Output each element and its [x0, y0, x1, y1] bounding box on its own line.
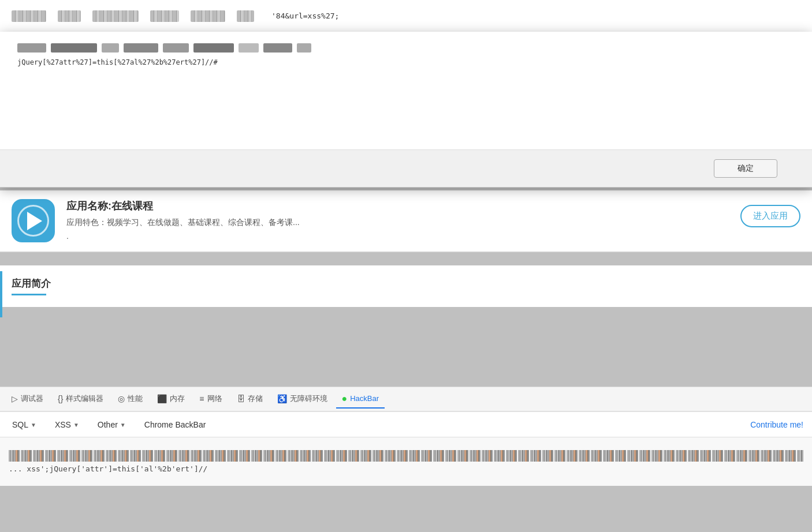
app-intro-section: 应用简介 — [0, 265, 812, 307]
tab-accessibility-label: 无障碍环境 — [290, 394, 327, 404]
sql-dropdown-arrow: ▼ — [31, 422, 36, 428]
url-visible-text: ... xss';jQuery['attr']=this['al'%2b'ert… — [9, 464, 803, 473]
blurred-9 — [297, 43, 311, 53]
intro-underline — [12, 294, 46, 295]
memory-icon: ⬛ — [157, 394, 167, 403]
app-name: 应用名称:在线课程 — [66, 199, 740, 213]
url-text-xss: xss';jQuery['attr']=this['al'%2b'ert']// — [27, 464, 207, 473]
style-editor-icon: {} — [58, 394, 63, 403]
network-icon: ≡ — [199, 394, 204, 403]
tab-storage[interactable]: 🗄 存储 — [231, 390, 269, 409]
url-pixels-row — [9, 450, 803, 462]
blurred-3 — [102, 43, 119, 53]
hackbar-toolbar: SQL ▼ XSS ▼ Other ▼ Chrome BackBar Contr… — [0, 412, 812, 438]
left-accent-bar — [0, 271, 2, 317]
tab-style-editor[interactable]: {} 样式编辑器 — [52, 390, 109, 409]
blurred-4 — [124, 43, 158, 53]
sql-label: SQL — [12, 420, 28, 429]
performance-icon: ◎ — [118, 394, 125, 403]
tab-hackbar[interactable]: ● HackBar — [336, 390, 385, 409]
play-button-circle — [17, 205, 49, 237]
redacted-content-row — [17, 43, 795, 53]
tab-performance[interactable]: ◎ 性能 — [112, 390, 148, 409]
tab-network-label: 网络 — [207, 394, 222, 404]
other-dropdown[interactable]: Other ▼ — [94, 418, 129, 432]
tab-style-editor-label: 样式编辑器 — [66, 394, 103, 404]
dialog-footer: 确定 — [0, 149, 812, 187]
alert-dialog: jQuery[%27attr%27]=this[%27al%27%2b%27er… — [0, 32, 812, 188]
browser-titlebar: '84&url=xss%27; — [0, 0, 812, 32]
hackbar-panel: SQL ▼ XSS ▼ Other ▼ Chrome BackBar Contr… — [0, 411, 812, 486]
xss-label: XSS — [55, 420, 71, 429]
chrome-backbar-button[interactable]: Chrome BackBar — [141, 418, 210, 432]
blurred-5 — [163, 43, 189, 53]
app-icon — [12, 199, 55, 242]
devtools-toolbar: ▷ 调试器 {} 样式编辑器 ◎ 性能 ⬛ 内存 ≡ 网络 🗄 存储 ♿ 无障碍… — [0, 387, 812, 411]
app-info-row: 应用名称:在线课程 应用特色：视频学习、在线做题、基础课程、综合课程、备考课..… — [0, 190, 812, 252]
tab-performance-label: 性能 — [128, 394, 143, 404]
url-bar-content: ... xss';jQuery['attr']=this['al'%2b'ert… — [9, 450, 803, 473]
xss-dropdown-arrow: ▼ — [73, 422, 79, 428]
enter-app-button[interactable]: 进入应用 — [740, 205, 800, 227]
url-text-tail: ... — [9, 464, 22, 473]
app-dot: . — [66, 231, 740, 241]
dialog-content: jQuery[%27attr%27]=this[%27al%27%2b%27er… — [0, 32, 812, 124]
hackbar-icon: ● — [342, 394, 348, 404]
app-features: 应用特色：视频学习、在线做题、基础课程、综合课程、备考课... — [66, 218, 740, 228]
tab-debugger-label: 调试器 — [21, 394, 43, 404]
other-label: Other — [98, 420, 118, 429]
redacted-title-text2 — [58, 10, 81, 22]
redacted-title-text3 — [92, 10, 139, 22]
redacted-title-text — [12, 10, 46, 22]
xss-dropdown[interactable]: XSS ▼ — [51, 418, 83, 432]
accessibility-icon: ♿ — [277, 394, 287, 403]
tab-accessibility[interactable]: ♿ 无障碍环境 — [271, 390, 333, 409]
hackbar-url-bar[interactable]: ... xss';jQuery['attr']=this['al'%2b'ert… — [0, 437, 812, 486]
dialog-url-fragment1: '84&url=xss%27; — [271, 12, 339, 20]
tab-memory-label: 内存 — [170, 394, 185, 404]
redacted-title-text6 — [237, 10, 254, 22]
tab-memory[interactable]: ⬛ 内存 — [151, 390, 191, 409]
dialog-url-line2: jQuery[%27attr%27]=this[%27al%27%2b%27er… — [17, 58, 795, 66]
blurred-1 — [17, 43, 46, 53]
confirm-button[interactable]: 确定 — [714, 159, 777, 178]
contribute-link[interactable]: Contribute me! — [750, 420, 803, 429]
app-intro-title: 应用简介 — [12, 277, 800, 290]
storage-icon: 🗄 — [237, 394, 245, 403]
chrome-backbar-label: Chrome BackBar — [144, 420, 206, 429]
blurred-8 — [263, 43, 292, 53]
redacted-title-text5 — [191, 10, 225, 22]
other-dropdown-arrow: ▼ — [120, 422, 126, 428]
blurred-2 — [51, 43, 97, 53]
redacted-title-text4 — [150, 10, 179, 22]
blurred-7 — [239, 43, 259, 53]
blurred-6 — [193, 43, 234, 53]
app-text-block: 应用名称:在线课程 应用特色：视频学习、在线做题、基础课程、综合课程、备考课..… — [66, 199, 740, 241]
sql-dropdown[interactable]: SQL ▼ — [9, 418, 40, 432]
tab-hackbar-label: HackBar — [350, 394, 379, 403]
app-info-section: 应用名称:在线课程 应用特色：视频学习、在线做题、基础课程、综合课程、备考课..… — [0, 190, 812, 252]
tab-storage-label: 存储 — [248, 394, 263, 404]
debugger-icon: ▷ — [12, 394, 18, 403]
play-icon — [27, 212, 42, 230]
tab-network[interactable]: ≡ 网络 — [193, 390, 228, 409]
tab-debugger[interactable]: ▷ 调试器 — [6, 390, 49, 409]
